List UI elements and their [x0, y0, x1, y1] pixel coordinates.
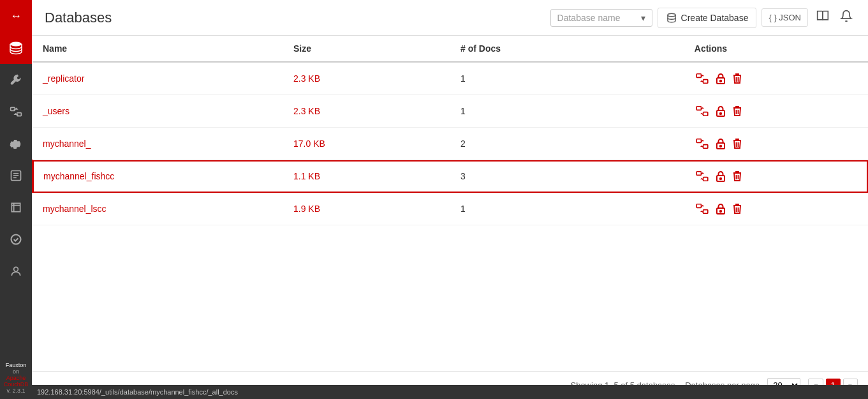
- lock-button[interactable]: [715, 202, 726, 216]
- db-actions: [684, 62, 868, 95]
- toggle-icon: ↔: [10, 10, 22, 23]
- table-header: Name Size # of Docs Actions: [33, 36, 868, 62]
- db-size: 2.3 KB: [283, 62, 450, 95]
- lock-icon: [716, 105, 725, 117]
- lock-button[interactable]: [715, 104, 726, 118]
- col-header-name: Name: [33, 36, 283, 62]
- app-couchdb1: Apache: [1, 375, 31, 381]
- db-actions: [684, 128, 868, 160]
- db-name-link[interactable]: _replicator: [43, 73, 84, 84]
- svg-point-19: [720, 113, 721, 114]
- db-name-link[interactable]: mychannel_: [43, 139, 91, 149]
- svg-rect-29: [703, 177, 707, 181]
- book-help-button[interactable]: [813, 7, 832, 28]
- page-title: Databases: [45, 10, 550, 26]
- delete-button[interactable]: [732, 72, 743, 86]
- db-size: 1.9 KB: [283, 193, 450, 225]
- db-docs-count: 1: [450, 62, 684, 95]
- replicate-button[interactable]: [695, 72, 710, 85]
- delete-button[interactable]: [732, 169, 743, 183]
- sidebar-item-bookmarks[interactable]: [0, 192, 32, 223]
- db-name-link[interactable]: mychannel_lscc: [43, 204, 107, 214]
- db-docs-count: 3: [450, 160, 684, 193]
- sidebar-toggle[interactable]: ↔: [0, 0, 32, 32]
- delete-button[interactable]: [732, 104, 743, 118]
- replicate-button[interactable]: [695, 202, 710, 215]
- svg-rect-16: [696, 107, 701, 110]
- svg-rect-28: [696, 172, 701, 176]
- delete-button[interactable]: [732, 137, 743, 151]
- databases-list: _replicator2.3 KB1 _users2.3 KB1 mychann…: [33, 62, 868, 225]
- databases-table-area: Name Size # of Docs Actions _replicator2…: [32, 36, 868, 371]
- sidebar-item-databases[interactable]: [0, 32, 32, 64]
- trash-icon: [733, 73, 742, 84]
- replicate-icon: [696, 204, 709, 214]
- bell-button[interactable]: [837, 7, 855, 28]
- book-icon: [10, 201, 22, 214]
- check-icon: [10, 233, 22, 246]
- lock-button[interactable]: [715, 169, 726, 183]
- svg-point-9: [668, 13, 675, 17]
- sidebar-item-replication[interactable]: [0, 96, 32, 128]
- trash-icon: [733, 203, 742, 215]
- wrench-icon: [10, 73, 22, 86]
- svg-point-31: [720, 178, 721, 179]
- lock-icon: [716, 203, 725, 215]
- databases-table: Name Size # of Docs Actions _replicator2…: [32, 36, 868, 225]
- replicate-button[interactable]: [695, 105, 710, 117]
- table-row: mychannel_lscc1.9 KB1: [33, 193, 868, 225]
- db-size: 17.0 KB: [283, 128, 450, 160]
- database-name-select[interactable]: Database name ▾: [550, 9, 652, 27]
- status-bar: 192.168.31.20:5984/_utils/database/mycha…: [32, 385, 868, 399]
- table-row: _replicator2.3 KB1: [33, 62, 868, 95]
- sidebar-item-config[interactable]: [0, 64, 32, 96]
- sidebar-item-logs[interactable]: [0, 160, 32, 192]
- app-version: v. 2.3.1: [1, 388, 31, 394]
- replicate-icon: [696, 139, 709, 149]
- lock-button[interactable]: [715, 137, 726, 151]
- delete-button[interactable]: [732, 202, 743, 216]
- svg-rect-35: [703, 210, 707, 214]
- replication-icon: [10, 105, 22, 118]
- db-actions: [684, 95, 868, 128]
- json-label: { } JSON: [769, 13, 801, 22]
- sidebar-item-users[interactable]: [0, 255, 32, 287]
- replicate-icon: [696, 73, 709, 84]
- svg-point-25: [720, 146, 721, 147]
- chevron-down-icon: ▾: [641, 13, 645, 23]
- replicate-icon: [696, 171, 709, 181]
- status-url: 192.168.31.20:5984/_utils/database/mycha…: [37, 388, 238, 396]
- replicate-button[interactable]: [695, 137, 710, 150]
- lock-button[interactable]: [715, 72, 726, 86]
- svg-rect-34: [696, 204, 701, 208]
- db-size: 2.3 KB: [283, 95, 450, 128]
- sidebar-item-settings[interactable]: [0, 128, 32, 160]
- db-size: 1.1 KB: [283, 160, 450, 193]
- databases-icon: [9, 41, 23, 55]
- create-database-button[interactable]: Create Database: [658, 8, 757, 28]
- svg-rect-23: [703, 145, 707, 149]
- db-actions: [684, 193, 868, 225]
- app-on: on: [1, 368, 31, 375]
- svg-point-8: [14, 267, 18, 271]
- gear-icon: [10, 137, 22, 150]
- table-row: _users2.3 KB1: [33, 95, 868, 128]
- logs-icon: [10, 169, 22, 182]
- replicate-icon: [696, 106, 709, 116]
- col-header-docs: # of Docs: [450, 36, 684, 62]
- header: Databases Database name ▾ Create Databas…: [32, 0, 868, 36]
- json-button[interactable]: { } JSON: [761, 8, 808, 27]
- db-docs-count: 1: [450, 95, 684, 128]
- trash-icon: [733, 170, 742, 182]
- sidebar-item-verify[interactable]: [0, 223, 32, 255]
- header-controls: Database name ▾ Create Database { } JSON: [550, 7, 855, 28]
- db-select-placeholder: Database name: [557, 13, 621, 23]
- create-db-label: Create Database: [681, 13, 749, 23]
- table-row: mychannel_fishcc1.1 KB3: [33, 160, 868, 193]
- replicate-button[interactable]: [695, 170, 710, 183]
- trash-icon: [733, 138, 742, 149]
- db-name-link[interactable]: _users: [43, 106, 70, 116]
- db-name-link[interactable]: mychannel_fishcc: [43, 171, 114, 181]
- sidebar-footer[interactable]: Fauxton on Apache CouchDB v. 2.3.1: [0, 357, 32, 399]
- book-open-icon: [816, 10, 830, 22]
